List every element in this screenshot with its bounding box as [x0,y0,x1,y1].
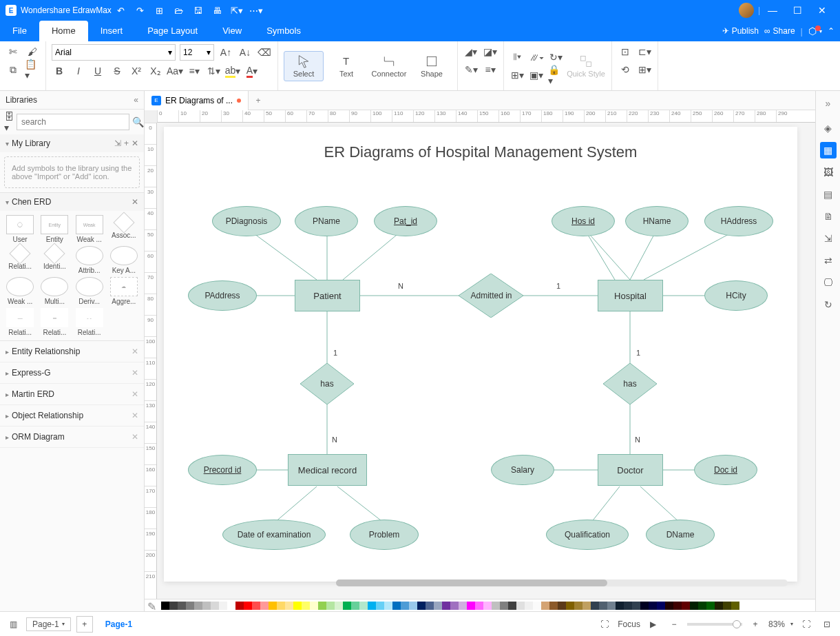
shape-line3[interactable]: - -Relati... [74,308,105,336]
color-swatch[interactable] [632,602,640,610]
color-swatch[interactable] [359,602,368,610]
add-icon[interactable]: + [124,139,129,148]
shape-multi[interactable]: Multi... [39,277,70,305]
color-swatch[interactable] [640,602,649,610]
tab-home[interactable]: Home [39,21,88,41]
color-swatch[interactable] [475,602,483,610]
color-swatch[interactable] [492,602,500,610]
cat-er[interactable]: ▸Entity Relationship✕ [0,341,144,362]
close-chen-icon[interactable]: ✕ [132,197,138,207]
align-icon[interactable]: ⫴▾ [510,50,525,65]
entity-doctor[interactable]: Doctor [598,454,663,486]
color-swatch[interactable] [302,602,310,610]
color-swatch[interactable] [426,602,434,610]
color-swatch[interactable] [698,602,706,610]
highlight-icon[interactable]: ab▾ [225,63,240,79]
font-size-select[interactable]: 12▾ [180,44,214,61]
color-swatch[interactable] [731,602,739,610]
attr-precid[interactable]: Precord id [188,455,257,485]
color-swatch[interactable] [211,602,219,610]
monitor-icon[interactable]: 🖵 [820,274,837,291]
copy-icon[interactable]: ⧉ [6,62,21,77]
color-swatch[interactable] [442,602,450,610]
shape-user[interactable]: ◯User [4,215,36,243]
color-swatch[interactable] [269,602,277,610]
cat-martin[interactable]: ▸Martin ERD✕ [0,384,144,405]
canvas[interactable]: ER Diagrams of Hospital Management Syste… [157,123,815,599]
replace-icon[interactable]: ⟲ [618,62,633,77]
color-swatch[interactable] [715,602,723,610]
color-swatch[interactable] [549,602,558,610]
color-swatch[interactable] [178,602,186,610]
color-swatch[interactable] [318,602,326,610]
image-icon[interactable]: 🖼 [820,164,837,181]
shape-assoc[interactable]: Assoc... [108,215,140,243]
color-swatch[interactable] [541,602,549,610]
color-swatch[interactable] [516,602,525,610]
clear-format-icon[interactable]: ⌫ [257,45,272,60]
color-swatch[interactable] [582,602,591,610]
cat-objrel[interactable]: ▸Object Relationship✕ [0,405,144,427]
color-swatch[interactable] [335,602,343,610]
color-swatch[interactable] [169,602,178,610]
paste-icon[interactable]: 📋▾ [25,62,40,77]
color-swatch[interactable] [401,602,409,610]
color-swatch[interactable] [706,602,715,610]
import-icon[interactable]: ⇲ [114,139,121,148]
search-input[interactable] [17,114,129,130]
attr-problem[interactable]: Problem [350,520,419,550]
color-swatch[interactable] [665,602,673,610]
shape-line2[interactable]: ═Relati... [39,308,70,336]
color-swatch[interactable] [434,602,442,610]
color-swatch[interactable] [616,602,624,610]
color-swatch[interactable] [525,602,533,610]
shuffle-icon[interactable]: ⇄ [820,252,837,269]
shape-ident[interactable]: Identi... [39,246,70,274]
color-swatch[interactable] [277,602,285,610]
play-icon[interactable]: ▶ [646,617,661,632]
color-swatch[interactable] [508,602,516,610]
lock-icon[interactable]: 🔒▾ [548,68,563,83]
color-swatch[interactable] [459,602,467,610]
page-icon[interactable]: 🗎 [820,208,837,225]
color-swatch[interactable] [343,602,351,610]
fullscreen-icon[interactable]: ⊡ [819,617,834,632]
entity-patient[interactable]: Patient [295,280,360,311]
color-swatch[interactable] [260,602,269,610]
tab-pagelayout[interactable]: Page Layout [135,21,210,41]
crop-icon[interactable]: ⊏▾ [637,44,652,59]
color-swatch[interactable] [657,602,665,610]
page-select[interactable]: Page-1▾ [26,617,71,631]
font-select[interactable]: Arial▾ [52,44,176,61]
color-swatch[interactable] [417,602,426,610]
shape-weakattr[interactable]: Weak ... [4,277,36,305]
rotate-icon[interactable]: ↻▾ [548,50,563,65]
connector-tool[interactable]: Connector [369,52,409,81]
color-swatch[interactable] [351,602,359,610]
mylib-header[interactable]: ▾My Library ⇲+✕ [0,134,144,152]
color-swatch[interactable] [235,602,244,610]
add-tab-button[interactable]: + [249,96,268,105]
tab-symbols[interactable]: Symbols [254,21,313,41]
format-painter-icon[interactable]: 🖌 [25,44,40,59]
attr-pname[interactable]: PName [295,206,358,236]
close-button[interactable]: ✕ [810,5,834,16]
attr-patid[interactable]: Pat_id [374,206,437,236]
color-swatch[interactable] [368,602,376,610]
page-tab[interactable]: Page-1 [98,619,139,629]
color-swatch[interactable] [161,602,169,610]
color-swatch[interactable] [649,602,657,610]
shape-tool[interactable]: Shape [412,52,452,81]
more-icon[interactable]: ⋯▾ [248,2,264,19]
color-swatch[interactable] [450,602,459,610]
linespacing-icon[interactable]: ⇅▾ [206,63,221,79]
color-swatch[interactable] [599,602,607,610]
distribute-icon[interactable]: ⫻▾ [529,50,544,65]
maximize-button[interactable]: ☐ [785,5,810,16]
history-icon[interactable]: ↻ [820,296,837,313]
color-swatch[interactable] [310,602,318,610]
shape-aggre[interactable]: ☁Aggre... [108,277,140,305]
share-button[interactable]: ∞Share [764,26,795,36]
print-icon[interactable]: 🖶 [209,2,226,19]
rel-has2[interactable]: has [603,363,657,404]
